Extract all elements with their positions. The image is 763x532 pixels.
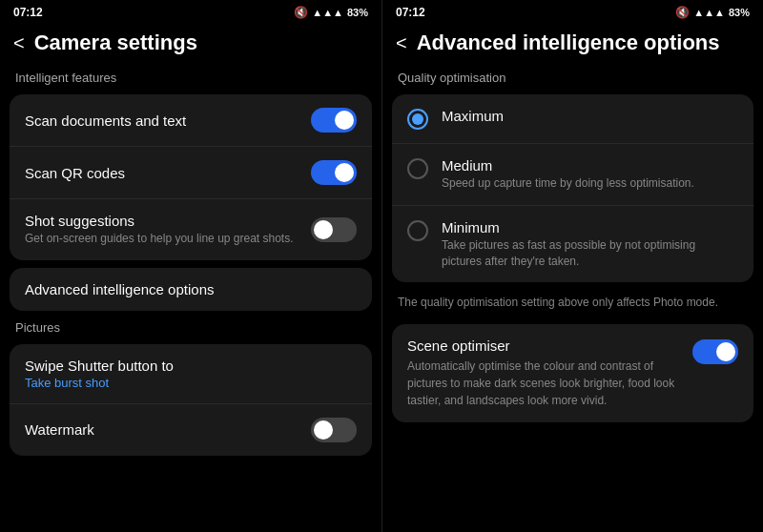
battery-left: 83% xyxy=(347,7,368,18)
scene-optimiser-title: Scene optimiser xyxy=(407,338,681,354)
shot-suggestions-title: Shot suggestions xyxy=(25,213,299,229)
status-icons-left: 🔇 ▲▲▲ 83% xyxy=(294,6,368,19)
minimum-subtitle: Take pictures as fast as possible by not… xyxy=(442,237,738,270)
signal-icon-right: ▲▲▲ xyxy=(693,7,725,18)
scene-optimiser-toggle[interactable] xyxy=(692,339,738,364)
left-page-title: Camera settings xyxy=(34,31,197,55)
swipe-shutter-title: Swipe Shutter button to xyxy=(25,358,345,374)
quality-options-card: Maximum Medium Speed up capture time by … xyxy=(392,94,753,282)
intelligent-features-label: Intelligent features xyxy=(0,65,382,91)
scan-qr-toggle[interactable] xyxy=(311,160,357,185)
scan-documents-title: Scan documents and text xyxy=(25,113,299,129)
watermark-toggle[interactable] xyxy=(311,418,357,442)
scan-documents-toggle[interactable] xyxy=(311,108,357,133)
maximum-label: Maximum xyxy=(442,108,738,124)
shot-suggestions-subtitle: Get on-screen guides to help you line up… xyxy=(25,231,299,247)
back-button-left[interactable]: < xyxy=(13,32,25,54)
intelligent-features-card: Scan documents and text Scan QR codes Sh… xyxy=(10,94,372,260)
shot-suggestions-row[interactable]: Shot suggestions Get on-screen guides to… xyxy=(10,199,372,260)
left-header: < Camera settings xyxy=(0,23,382,65)
signal-icon: ▲▲▲ xyxy=(312,7,343,18)
medium-radio[interactable] xyxy=(407,158,428,179)
scan-qr-title: Scan QR codes xyxy=(25,165,299,181)
minimum-label: Minimum xyxy=(442,219,738,235)
quality-info-text: The quality optimisation setting above o… xyxy=(382,286,763,318)
maximum-option[interactable]: Maximum xyxy=(392,94,753,144)
swipe-shutter-row[interactable]: Swipe Shutter button to Take burst shot xyxy=(10,344,372,404)
scene-optimiser-subtitle: Automatically optimise the colour and co… xyxy=(407,358,681,409)
status-bar-left: 07:12 🔇 ▲▲▲ 83% xyxy=(0,0,382,23)
status-bar-right: 07:12 🔇 ▲▲▲ 83% xyxy=(382,0,763,23)
scan-documents-row[interactable]: Scan documents and text xyxy=(10,94,372,147)
scan-documents-thumb xyxy=(335,111,354,130)
watermark-title: Watermark xyxy=(25,421,299,438)
quality-section-label: Quality optimisation xyxy=(382,65,763,91)
right-panel: 07:12 🔇 ▲▲▲ 83% < Advanced intelligence … xyxy=(382,0,763,532)
scene-optimiser-thumb xyxy=(716,342,735,361)
left-panel: 07:12 🔇 ▲▲▲ 83% < Camera settings Intell… xyxy=(0,0,382,532)
scan-qr-thumb xyxy=(335,163,354,182)
advanced-intelligence-link[interactable]: Advanced intelligence options xyxy=(10,268,372,311)
minimum-radio[interactable] xyxy=(407,220,428,241)
medium-label: Medium xyxy=(442,157,738,174)
maximum-radio-inner xyxy=(412,113,423,125)
pictures-section-label: Pictures xyxy=(0,315,382,340)
watermark-thumb xyxy=(314,420,333,440)
medium-subtitle: Speed up capture time by doing less opti… xyxy=(442,175,738,192)
shot-suggestions-thumb xyxy=(314,220,333,239)
swipe-shutter-link[interactable]: Take burst shot xyxy=(25,376,345,390)
watermark-row[interactable]: Watermark xyxy=(10,404,372,456)
right-page-title: Advanced intelligence options xyxy=(417,31,720,55)
shot-suggestions-toggle[interactable] xyxy=(311,217,357,242)
scan-qr-row[interactable]: Scan QR codes xyxy=(10,147,372,199)
pictures-card: Swipe Shutter button to Take burst shot … xyxy=(10,344,372,456)
time-right: 07:12 xyxy=(396,6,425,19)
maximum-radio[interactable] xyxy=(407,109,428,130)
advanced-intelligence-title: Advanced intelligence options xyxy=(25,281,357,297)
mute-icon-right: 🔇 xyxy=(675,6,690,19)
battery-right: 83% xyxy=(729,7,750,18)
scene-optimiser-card: Scene optimiser Automatically optimise t… xyxy=(392,324,753,422)
minimum-option[interactable]: Minimum Take pictures as fast as possibl… xyxy=(392,206,753,283)
mute-icon: 🔇 xyxy=(294,6,308,19)
back-button-right[interactable]: < xyxy=(396,32,407,54)
time-left: 07:12 xyxy=(13,6,43,19)
status-icons-right: 🔇 ▲▲▲ 83% xyxy=(675,6,750,19)
right-header: < Advanced intelligence options xyxy=(382,23,763,65)
medium-option[interactable]: Medium Speed up capture time by doing le… xyxy=(392,144,753,206)
